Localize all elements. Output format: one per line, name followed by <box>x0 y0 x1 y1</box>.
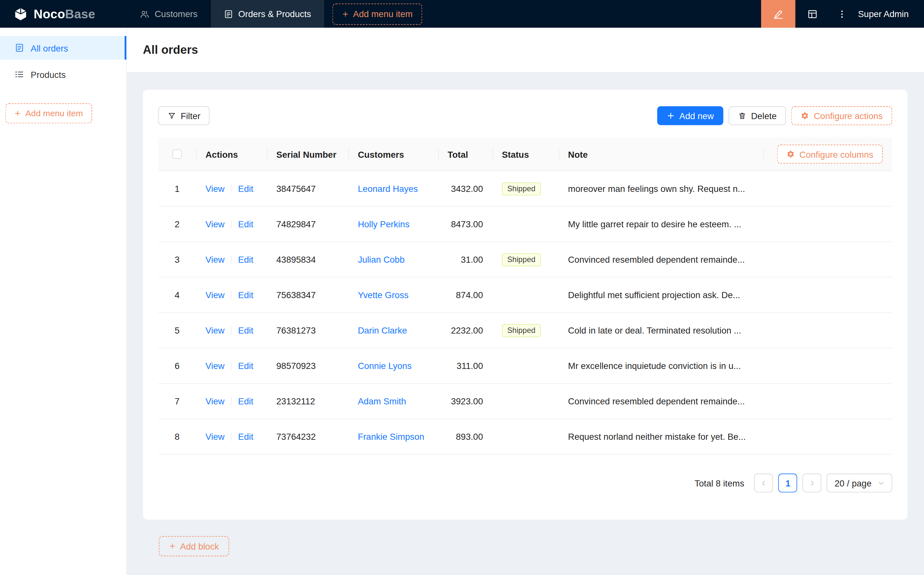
column-header-status: Status <box>492 149 559 159</box>
view-link[interactable]: View <box>205 219 224 229</box>
action-separator <box>231 255 232 264</box>
table-header-row: Actions Serial Number Customers Total St… <box>159 137 892 171</box>
add-new-button[interactable]: Add new <box>657 106 723 125</box>
toolbar-actions: Add new Delete Configure actions <box>657 106 892 125</box>
plugins-icon <box>807 9 818 19</box>
row-index: 6 <box>175 361 179 371</box>
orders-table: Actions Serial Number Customers Total St… <box>159 137 892 454</box>
logo[interactable]: NocoBase <box>0 6 127 22</box>
view-link[interactable]: View <box>205 326 224 335</box>
nav-item-orders-products[interactable]: Orders & Products <box>211 0 324 28</box>
sidebar-item-all-orders[interactable]: All orders <box>0 36 126 60</box>
view-link[interactable]: View <box>205 254 224 264</box>
select-all-checkbox[interactable] <box>173 149 182 159</box>
order-note: Delightful met sufficient projection ask… <box>559 290 764 300</box>
filter-label: Filter <box>181 111 200 121</box>
current-user[interactable]: Super Admin <box>858 9 909 19</box>
action-separator <box>231 220 232 228</box>
column-header-customers: Customers <box>348 149 438 159</box>
page-title: All orders <box>143 43 198 57</box>
page-number-button[interactable]: 1 <box>778 473 797 492</box>
add-menu-item-button-top[interactable]: Add menu item <box>332 3 422 24</box>
logo-base: Base <box>65 7 95 20</box>
gear-icon <box>801 112 809 120</box>
top-menu: Customers Orders & Products Add menu ite… <box>127 0 761 28</box>
row-index: 2 <box>175 219 179 229</box>
plugin-manager-button[interactable] <box>795 0 830 28</box>
more-actions-button[interactable] <box>830 0 854 28</box>
people-icon <box>140 9 149 18</box>
configure-actions-label: Configure actions <box>814 111 883 121</box>
vertical-ellipsis-icon <box>837 9 847 19</box>
table-row: 6 ViewEdit 98570923 Connie Lyons 311.00 … <box>159 348 892 384</box>
view-link[interactable]: View <box>205 361 224 371</box>
prev-page-button[interactable] <box>754 473 773 492</box>
customer-link[interactable]: Yvette Gross <box>358 290 408 300</box>
customer-link[interactable]: Adam Smith <box>358 396 406 406</box>
edit-link[interactable]: Edit <box>238 361 253 371</box>
nav-item-customers[interactable]: Customers <box>127 0 211 28</box>
customer-link[interactable]: Holly Perkins <box>358 219 410 229</box>
pagination-total: Total 8 items <box>694 478 744 488</box>
view-link[interactable]: View <box>205 290 224 300</box>
table-row: 2 ViewEdit 74829847 Holly Perkins 8473.0… <box>159 207 892 242</box>
view-link[interactable]: View <box>205 432 224 442</box>
edit-link[interactable]: Edit <box>238 326 253 335</box>
order-total: 893.00 <box>438 432 492 442</box>
view-link[interactable]: View <box>205 396 224 406</box>
table-row: 4 ViewEdit 75638347 Yvette Gross 874.00 … <box>159 278 892 313</box>
column-header-note: Note <box>559 149 764 159</box>
page-size-select[interactable]: 20 / page <box>827 473 892 492</box>
ui-editor-button[interactable] <box>761 0 795 28</box>
plus-icon <box>169 542 176 550</box>
navbar-right: Super Admin <box>761 0 924 28</box>
chevron-down-icon <box>878 480 884 486</box>
add-new-label: Add new <box>680 111 714 121</box>
sidebar-item-products[interactable]: Products <box>0 62 126 86</box>
order-total: 3432.00 <box>438 184 492 194</box>
edit-link[interactable]: Edit <box>238 290 253 300</box>
status-badge: Shipped <box>502 253 541 266</box>
customer-link[interactable]: Connie Lyons <box>358 361 411 371</box>
row-index: 1 <box>175 184 179 194</box>
action-separator <box>231 291 232 299</box>
main-content: All orders Filter Add new <box>127 28 924 575</box>
page-size-value: 20 / page <box>835 478 872 488</box>
action-separator <box>231 362 232 370</box>
customer-link[interactable]: Frankie Simpson <box>358 432 424 442</box>
add-block-label: Add block <box>180 541 219 551</box>
add-block-button[interactable]: Add block <box>159 536 229 556</box>
order-total: 3923.00 <box>438 396 492 406</box>
configure-columns-label: Configure columns <box>799 149 873 159</box>
action-separator <box>231 397 232 405</box>
customer-link[interactable]: Julian Cobb <box>358 254 404 264</box>
edit-link[interactable]: Edit <box>238 254 253 264</box>
customer-link[interactable]: Darin Clarke <box>358 326 407 335</box>
customer-link[interactable]: Leonard Hayes <box>358 184 418 194</box>
sidebar: All orders Products Add menu item <box>0 28 127 575</box>
view-link[interactable]: View <box>205 184 224 194</box>
row-index: 4 <box>175 290 179 300</box>
delete-button[interactable]: Delete <box>729 106 786 125</box>
edit-link[interactable]: Edit <box>238 184 253 194</box>
edit-link[interactable]: Edit <box>238 396 253 406</box>
order-note: My little garret repair to desire he est… <box>559 219 764 229</box>
order-note: Cold in late or deal. Terminated resolut… <box>559 326 764 335</box>
nav-item-label: Customers <box>155 9 198 19</box>
add-menu-item-button-side[interactable]: Add menu item <box>5 103 92 123</box>
serial-number: 98570923 <box>267 361 348 371</box>
serial-number: 76381273 <box>267 326 348 335</box>
plus-icon <box>667 112 675 120</box>
next-page-button[interactable] <box>803 473 822 492</box>
status-badge: Shipped <box>502 182 541 195</box>
list-icon <box>15 70 24 79</box>
order-total: 31.00 <box>438 254 492 264</box>
sidebar-item-label: All orders <box>30 43 68 53</box>
configure-actions-button[interactable]: Configure actions <box>791 106 892 125</box>
configure-columns-button[interactable]: Configure columns <box>777 145 883 164</box>
serial-number: 43895834 <box>267 254 348 264</box>
filter-button[interactable]: Filter <box>159 106 210 125</box>
edit-link[interactable]: Edit <box>238 432 253 442</box>
edit-link[interactable]: Edit <box>238 219 253 229</box>
table-row: 8 ViewEdit 73764232 Frankie Simpson 893.… <box>159 419 892 454</box>
